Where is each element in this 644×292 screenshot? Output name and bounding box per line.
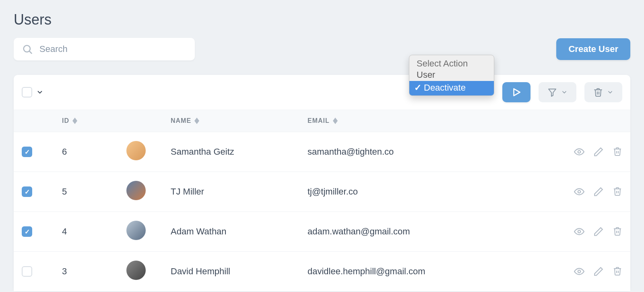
trash-icon	[613, 147, 622, 156]
cell-id: 4	[62, 226, 126, 237]
svg-marker-4	[72, 118, 77, 121]
check-icon: ✓	[413, 83, 422, 93]
column-header-id[interactable]: ID	[62, 117, 126, 124]
view-button[interactable]	[574, 186, 584, 197]
svg-marker-3	[549, 89, 556, 96]
view-button[interactable]	[574, 266, 584, 277]
svg-point-13	[578, 270, 581, 273]
action-option-label: Deactivate	[424, 83, 466, 93]
play-icon	[511, 87, 522, 97]
delete-row-button[interactable]	[613, 226, 622, 237]
trash-icon	[613, 226, 622, 236]
svg-point-12	[578, 230, 581, 233]
svg-marker-5	[72, 121, 77, 124]
column-header-email[interactable]: Email	[308, 117, 550, 124]
cell-email: davidlee.hemphill@gmail.com	[308, 266, 550, 277]
row-checkbox[interactable]	[22, 226, 32, 237]
column-header-name-label: Name	[171, 117, 191, 124]
action-select[interactable]: Select Action User ✓ Deactivate	[410, 82, 494, 102]
pencil-icon	[593, 226, 604, 237]
action-option-deactivate[interactable]: ✓ Deactivate	[409, 81, 494, 95]
search-field-wrap	[14, 38, 195, 60]
delete-row-button[interactable]	[613, 147, 622, 157]
avatar	[126, 261, 146, 280]
view-button[interactable]	[574, 226, 584, 237]
search-input[interactable]	[14, 38, 195, 60]
column-header-email-label: Email	[308, 117, 330, 124]
trash-icon	[613, 266, 622, 276]
table-row: 6 Samantha Geitz samantha@tighten.co	[14, 132, 630, 172]
row-checkbox[interactable]	[22, 266, 32, 277]
svg-marker-8	[333, 118, 338, 121]
row-checkbox[interactable]	[22, 147, 32, 157]
select-all-checkbox[interactable]	[22, 87, 32, 97]
users-card: Select Action User ✓ Deactivate	[14, 75, 630, 292]
eye-icon	[574, 186, 584, 197]
row-checkbox[interactable]	[22, 186, 32, 197]
filter-icon	[547, 87, 557, 97]
delete-button[interactable]	[584, 82, 622, 102]
trash-icon	[593, 87, 603, 97]
table-row: 4 Adam Wathan adam.wathan@gmail.com	[14, 212, 630, 252]
svg-point-11	[578, 191, 581, 193]
table-row: 3 David Hemphill davidlee.hemphill@gmail…	[14, 252, 630, 292]
sort-icon	[72, 118, 77, 124]
cell-id: 6	[62, 147, 126, 157]
chevron-down-icon	[561, 89, 568, 95]
eye-icon	[574, 266, 584, 277]
svg-marker-7	[194, 121, 199, 124]
cell-email: tj@tjmiller.co	[308, 186, 550, 197]
svg-line-1	[29, 51, 31, 53]
pencil-icon	[593, 266, 604, 277]
trash-icon	[613, 186, 622, 196]
svg-marker-9	[333, 121, 338, 124]
sort-icon	[194, 118, 199, 124]
edit-button[interactable]	[593, 226, 604, 237]
svg-marker-6	[194, 118, 199, 121]
table-header: ID Name Email	[14, 110, 630, 132]
create-user-button[interactable]: Create User	[556, 38, 630, 60]
pencil-icon	[593, 147, 604, 157]
column-header-id-label: ID	[62, 117, 69, 124]
pencil-icon	[593, 186, 604, 197]
filter-button[interactable]	[539, 82, 576, 102]
avatar	[126, 181, 146, 200]
delete-row-button[interactable]	[613, 266, 622, 277]
column-header-name[interactable]: Name	[171, 117, 308, 124]
edit-button[interactable]	[593, 186, 604, 197]
cell-id: 3	[62, 266, 126, 277]
eye-icon	[574, 147, 584, 157]
toolbar: Select Action User ✓ Deactivate	[14, 75, 630, 110]
run-action-button[interactable]	[502, 82, 530, 102]
action-select-dropdown[interactable]: Select Action User ✓ Deactivate	[409, 55, 494, 96]
avatar	[126, 141, 146, 160]
edit-button[interactable]	[593, 266, 604, 277]
cell-name: Adam Wathan	[171, 226, 308, 237]
action-select-placeholder: Select Action	[409, 55, 494, 69]
cell-email: samantha@tighten.co	[308, 147, 550, 157]
action-select-group: User	[409, 69, 494, 81]
cell-name: TJ Miller	[171, 186, 308, 197]
avatar	[126, 221, 146, 240]
sort-icon	[333, 118, 338, 124]
svg-marker-2	[514, 89, 520, 95]
cell-name: David Hemphill	[171, 266, 308, 277]
delete-row-button[interactable]	[613, 186, 622, 197]
view-button[interactable]	[574, 147, 584, 157]
cell-email: adam.wathan@gmail.com	[308, 226, 550, 237]
cell-name: Samantha Geitz	[171, 147, 308, 157]
cell-id: 5	[62, 186, 126, 197]
table-row: 5 TJ Miller tj@tjmiller.co	[14, 172, 630, 212]
eye-icon	[574, 226, 584, 237]
select-all-menu-toggle[interactable]	[36, 89, 43, 96]
chevron-down-icon	[607, 89, 613, 95]
page-title: Users	[14, 11, 630, 28]
svg-point-10	[578, 151, 581, 153]
search-icon	[22, 43, 33, 55]
edit-button[interactable]	[593, 147, 604, 157]
